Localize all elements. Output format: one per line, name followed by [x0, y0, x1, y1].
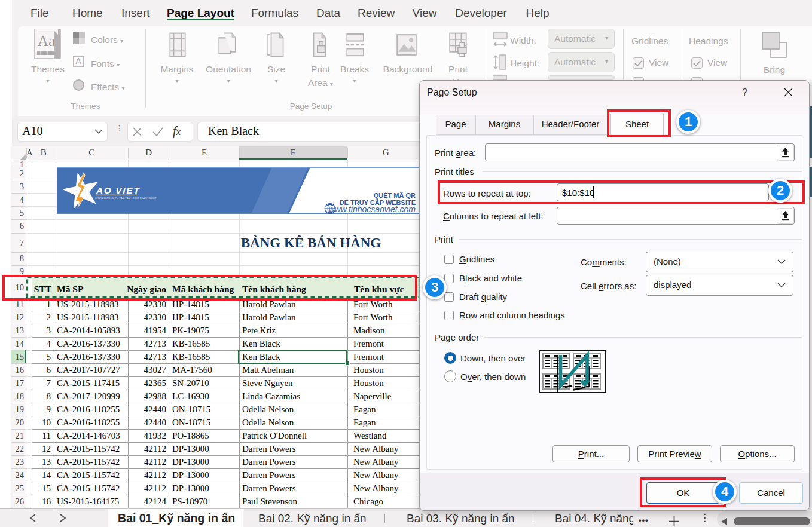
svg-text:QUÉT MÃ QR: QUÉT MÃ QR — [374, 192, 416, 199]
svg-text:AO VIET: AO VIET — [96, 185, 140, 195]
svg-text:CHUYÊN NGHIỆP - TẬN TÂM - HỌC: CHUYÊN NGHIỆP - TẬN TÂM - HỌC THÀNH NGHỀ — [95, 197, 157, 200]
svg-text:www.tinhocsaoviet.com: www.tinhocsaoviet.com — [328, 204, 416, 214]
